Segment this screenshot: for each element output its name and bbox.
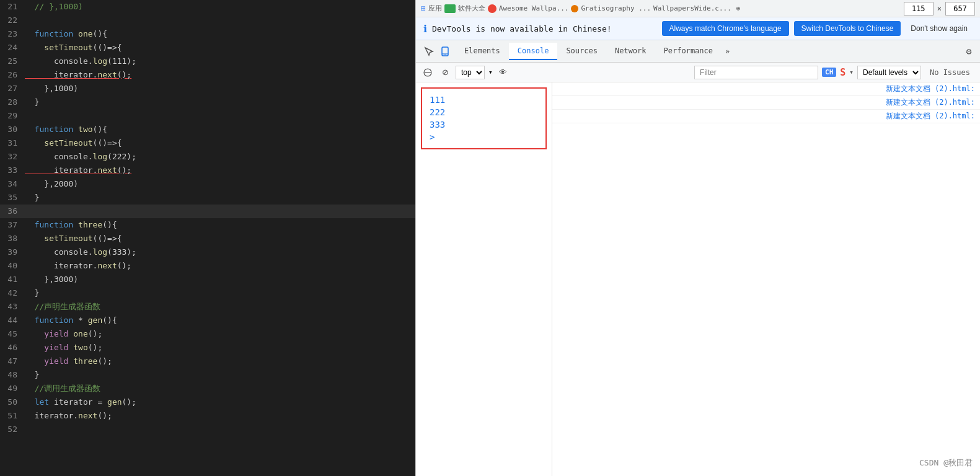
line-content	[25, 109, 415, 123]
console-value-111[interactable]: 111	[422, 94, 545, 106]
line-content: setTimeout(()=>{	[25, 232, 415, 245]
bookmark-label-4: Gratisography ...	[581, 4, 651, 12]
code-line: 21 // },1000)	[0, 0, 415, 14]
line-content: yield three();	[25, 355, 415, 368]
dim-area: ×	[744, 2, 975, 15]
line-content: }	[25, 191, 415, 205]
line-content: iterator.next();	[25, 164, 415, 177]
console-toolbar: ⊘ top ▾ 👁 CH S ▾ Default levels No Issue…	[416, 63, 980, 82]
code-line: 30 function two(){	[0, 123, 415, 136]
line-number: 41	[0, 273, 25, 286]
line-content: function three(){	[25, 218, 415, 232]
filter-input[interactable]	[694, 66, 818, 79]
block-icon-button[interactable]: ⊘	[438, 66, 452, 79]
line-number: 49	[0, 382, 25, 395]
notification-bar: ℹ DevTools is now available in Chinese! …	[416, 17, 980, 40]
code-line: 44 function * gen(){	[0, 314, 415, 327]
no-issues: No Issues	[925, 68, 975, 77]
line-number: 50	[0, 395, 25, 409]
bookmark-icon-4	[571, 5, 578, 12]
code-line: 52	[0, 423, 415, 436]
line-number: 48	[0, 368, 25, 382]
line-number: 33	[0, 164, 25, 177]
line-number: 47	[0, 355, 25, 368]
code-line: 43 //声明生成器函数	[0, 300, 415, 314]
line-content: console.log(111);	[25, 55, 415, 68]
width-input[interactable]	[904, 2, 934, 15]
line-content: },3000)	[25, 273, 415, 286]
tab-more[interactable]: »	[722, 47, 733, 56]
console-entry-1[interactable]: 新建文本文档 (2).html:	[552, 82, 980, 96]
dont-show-button[interactable]: Don't show again	[906, 21, 973, 36]
code-line: 41 },3000)	[0, 273, 415, 286]
settings-icon[interactable]: ⚙	[960, 43, 978, 60]
tab-performance[interactable]: Performance	[655, 43, 722, 60]
bookmark-icons: ⊞ 应用 软件大全 Awesome Wallpa... Gratisograph…	[421, 4, 740, 13]
line-number: 38	[0, 232, 25, 245]
eye-icon-button[interactable]: 👁	[497, 66, 510, 79]
code-line: 23 function one(){	[0, 27, 415, 41]
line-content: function one(){	[25, 27, 415, 41]
line-content	[25, 205, 415, 218]
code-line: 24 setTimeout(()=>{	[0, 41, 415, 55]
console-caret[interactable]: >	[422, 131, 545, 143]
tab-bar: Elements Console Sources Network Perform…	[416, 40, 980, 63]
line-number: 24	[0, 41, 25, 55]
info-icon: ℹ	[423, 23, 427, 35]
apps-icon: ⊞	[421, 4, 426, 13]
clear-console-button[interactable]	[421, 66, 435, 79]
code-line: 28 }	[0, 95, 415, 109]
line-content: function two(){	[25, 123, 415, 136]
line-number: 29	[0, 109, 25, 123]
line-content: iterator.next();	[25, 409, 415, 423]
levels-select[interactable]: Default levels	[857, 66, 921, 79]
code-line: 26 iterator.next();	[0, 68, 415, 82]
inspect-icon[interactable]	[422, 45, 436, 58]
csdn-watermark: CSDN @秋田君	[919, 457, 973, 469]
line-number: 26	[0, 68, 25, 82]
line-content	[25, 423, 415, 436]
line-number: 44	[0, 314, 25, 327]
always-match-button[interactable]: Always match Chrome's language	[662, 21, 789, 36]
tab-elements[interactable]: Elements	[456, 43, 509, 60]
line-number: 42	[0, 286, 25, 300]
console-file-ref-1: 新建文本文档 (2).html:	[886, 84, 975, 94]
switch-devtools-button[interactable]: Switch DevTools to Chinese	[794, 21, 901, 36]
height-input[interactable]	[945, 2, 975, 15]
console-value-222[interactable]: 222	[422, 106, 545, 118]
context-dropdown-arrow: ▾	[488, 68, 493, 76]
line-content: //调用生成器函数	[25, 382, 415, 395]
console-value-333[interactable]: 333	[422, 118, 545, 131]
code-line: 37 function three(){	[0, 218, 415, 232]
line-content: }	[25, 368, 415, 382]
line-content: // },1000)	[25, 0, 415, 14]
dropdown-arrow: ▾	[849, 68, 854, 76]
tab-network[interactable]: Network	[606, 43, 655, 60]
bookmark-label-3: Awesome Wallpa...	[499, 4, 569, 12]
code-line: 47 yield three();	[0, 355, 415, 368]
console-file-ref-2: 新建文本文档 (2).html:	[886, 97, 975, 108]
line-content: console.log(333);	[25, 245, 415, 259]
console-entry-3[interactable]: 新建文本文档 (2).html:	[552, 110, 980, 123]
code-line: 27 },1000)	[0, 82, 415, 95]
code-line: 33 iterator.next();	[0, 164, 415, 177]
line-content: setTimeout(()=>{	[25, 136, 415, 150]
code-lines: 21 // },1000)22 23 function one(){24 set…	[0, 0, 415, 436]
line-content: iterator.next();	[25, 259, 415, 273]
context-select[interactable]: top	[456, 66, 485, 79]
ch-badge: CH	[822, 68, 836, 77]
code-line: 32 console.log(222);	[0, 150, 415, 164]
tab-console[interactable]: Console	[509, 43, 558, 60]
code-editor: 21 // },1000)22 23 function one(){24 set…	[0, 0, 415, 476]
code-line: 50 let iterator = gen();	[0, 395, 415, 409]
dim-separator: ×	[937, 4, 942, 13]
console-entry-2[interactable]: 新建文本文档 (2).html:	[552, 96, 980, 110]
line-content: //声明生成器函数	[25, 300, 415, 314]
tab-sources[interactable]: Sources	[557, 43, 606, 60]
line-content: },2000)	[25, 177, 415, 191]
notif-text: DevTools is now available in Chinese!	[432, 24, 657, 33]
tab-icons	[418, 45, 456, 58]
line-number: 36	[0, 205, 25, 218]
device-icon[interactable]	[438, 45, 452, 58]
line-number: 28	[0, 95, 25, 109]
